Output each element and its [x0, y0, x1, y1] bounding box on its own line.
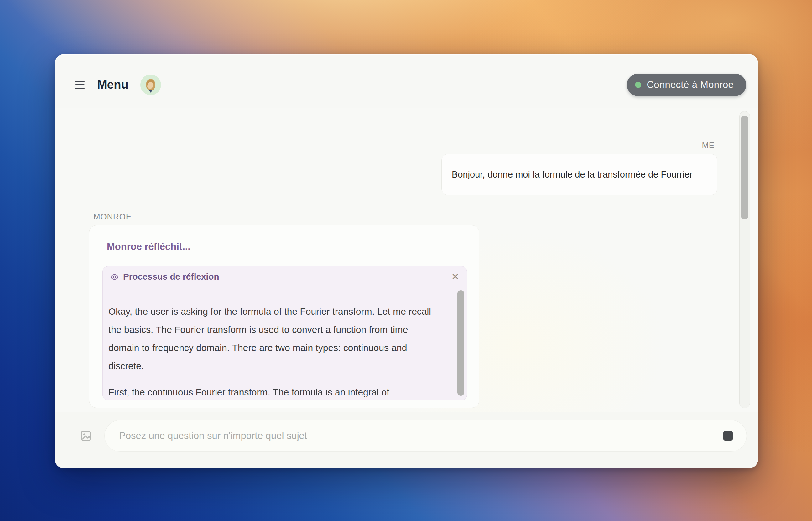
thinking-panel-title: Processus de réflexion — [123, 272, 219, 282]
message-input-shell — [104, 420, 747, 452]
thinking-paragraph: First, the continuous Fourier transform.… — [108, 383, 431, 401]
assistant-sender-label: MONROE — [93, 212, 132, 222]
user-message-text: Bonjour, donne moi la formule de la tran… — [452, 169, 693, 180]
chat-scrollbar-thumb[interactable] — [741, 116, 748, 220]
connection-status-label: Connecté à Monroe — [647, 79, 734, 90]
user-message-bubble: Bonjour, donne moi la formule de la tran… — [441, 154, 717, 196]
eye-icon — [110, 273, 119, 281]
window-header: Menu Connecté à Monroe — [55, 54, 758, 108]
avatar-portrait-icon — [140, 74, 161, 95]
menu-label[interactable]: Menu — [97, 78, 128, 91]
chat-scrollbar-track[interactable] — [739, 111, 750, 408]
hamburger-menu-icon[interactable] — [75, 81, 85, 89]
image-icon[interactable] — [80, 430, 92, 442]
thinking-paragraph: Okay, the user is asking for the formula… — [108, 302, 431, 375]
avatar[interactable] — [140, 74, 161, 95]
assistant-message-card: Monroe réfléchit... Processus de réflexi… — [89, 225, 479, 408]
thinking-process-panel: Processus de réflexion ✕ Okay, the user … — [103, 266, 467, 401]
chat-area: ME Bonjour, donne moi la formule de la t… — [55, 108, 758, 412]
connection-status-badge[interactable]: Connecté à Monroe — [627, 73, 746, 96]
thinking-panel-header: Processus de réflexion ✕ — [103, 267, 467, 288]
desktop-wallpaper: Menu Connecté à Monroe ME Bonjour, donne… — [0, 0, 812, 521]
assistant-thinking-status: Monroe réfléchit... — [107, 241, 479, 252]
me-sender-label: ME — [702, 141, 715, 150]
stop-square-icon[interactable] — [723, 431, 733, 440]
app-window: Menu Connecté à Monroe ME Bonjour, donne… — [55, 54, 758, 469]
status-dot-icon — [635, 82, 641, 88]
thinking-scrollbar-thumb[interactable] — [457, 290, 464, 396]
composer-bar — [55, 412, 758, 469]
close-icon[interactable]: ✕ — [452, 272, 459, 281]
thinking-panel-body: Okay, the user is asking for the formula… — [103, 288, 467, 400]
message-input[interactable] — [118, 430, 718, 442]
